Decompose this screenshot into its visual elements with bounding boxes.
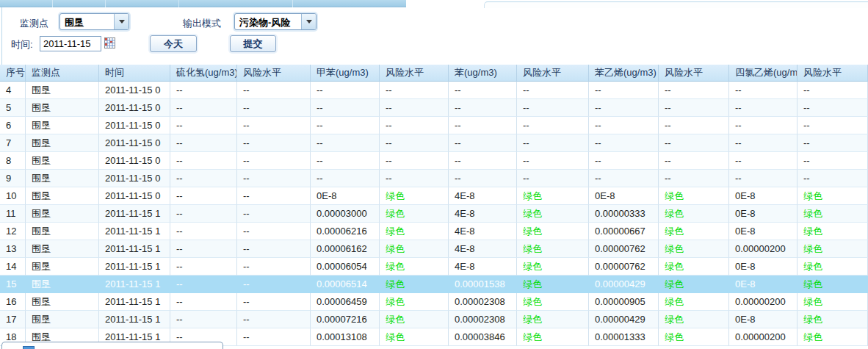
cell-pce-value: 0E-8 <box>729 187 798 205</box>
cell-h2s-value: -- <box>170 82 237 99</box>
column-header-monitor-point[interactable]: 监测点 <box>26 65 99 82</box>
cell-time: 2011-11-15 1 <box>99 240 170 258</box>
cell-time: 2011-11-15 1 <box>99 276 170 293</box>
cell-pce-value: -- <box>729 134 798 152</box>
cell-monitor-point: 围垦 <box>26 293 99 311</box>
cell-styrene-risk: -- <box>659 117 729 134</box>
column-header-h2s-risk[interactable]: 风险水平 <box>237 65 311 82</box>
cell-pce-risk: -- <box>798 134 868 152</box>
cell-benzene-value: -- <box>449 134 517 152</box>
cell-benzene-value: -- <box>449 117 517 134</box>
cell-benzene-risk: -- <box>517 170 589 187</box>
output-mode-value: 污染物-风险 <box>235 14 301 29</box>
cell-h2s-risk: -- <box>237 82 311 99</box>
cell-monitor-point: 围垦 <box>26 99 99 117</box>
cell-seq: 17 <box>0 311 26 328</box>
calendar-icon[interactable] <box>104 37 115 51</box>
cell-toluene-risk: 绿色 <box>380 187 449 205</box>
cell-toluene-risk: -- <box>380 82 449 99</box>
column-header-benzene-risk[interactable]: 风险水平 <box>517 65 589 82</box>
cell-monitor-point: 围垦 <box>26 223 99 240</box>
cell-benzene-risk: 绿色 <box>517 223 589 240</box>
monitor-point-dropdown-button[interactable] <box>114 14 129 29</box>
cell-styrene-value: -- <box>589 82 659 99</box>
cell-styrene-risk: 绿色 <box>659 328 729 346</box>
table-row[interactable]: 8围垦2011-11-15 0-------------------- <box>0 152 868 170</box>
cell-pce-risk: -- <box>798 117 868 134</box>
cell-pce-risk: 绿色 <box>798 276 868 293</box>
table-row[interactable]: 11围垦2011-11-15 1----0.00003000绿色4E-8绿色0.… <box>0 205 868 223</box>
cell-seq: 16 <box>0 293 26 311</box>
cell-styrene-risk: -- <box>659 82 729 99</box>
table-row[interactable]: 5围垦2011-11-15 0-------------------- <box>0 99 868 117</box>
cell-time: 2011-11-15 1 <box>99 293 170 311</box>
right-panel-edge <box>484 1 868 8</box>
column-header-time[interactable]: 时间 <box>99 65 170 82</box>
cell-h2s-risk: -- <box>237 99 311 117</box>
cell-pce-risk: -- <box>798 152 868 170</box>
table-row[interactable]: 15围垦2011-11-15 1----0.00006514绿色0.000015… <box>0 276 868 293</box>
column-header-pce-risk[interactable]: 风险水平 <box>798 65 868 82</box>
cell-monitor-point: 围垦 <box>26 134 99 152</box>
column-header-benzene-value[interactable]: 苯(ug/m3) <box>449 65 517 82</box>
cell-styrene-value: -- <box>589 170 659 187</box>
cell-toluene-value: -- <box>311 134 380 152</box>
cell-benzene-value: -- <box>449 152 517 170</box>
column-header-h2s-value[interactable]: 硫化氢(ug/m3) <box>170 65 237 82</box>
cell-toluene-risk: 绿色 <box>380 240 449 258</box>
column-header-seq[interactable]: 序号 <box>0 65 26 82</box>
divider <box>52 0 53 7</box>
cell-h2s-risk: -- <box>237 134 311 152</box>
cell-benzene-risk: 绿色 <box>517 258 589 276</box>
date-input[interactable] <box>40 36 101 51</box>
cell-time: 2011-11-15 1 <box>99 205 170 223</box>
today-button[interactable]: 今天 <box>150 35 197 52</box>
table-row[interactable]: 10围垦2011-11-15 0----0E-8绿色4E-8绿色0E-8绿色0E… <box>0 187 868 205</box>
table-row[interactable]: 14围垦2011-11-15 1----0.00006054绿色4E-8绿色0.… <box>0 258 868 276</box>
table-row[interactable]: 13围垦2011-11-15 1----0.00006162绿色4E-8绿色0.… <box>0 240 868 258</box>
column-header-toluene-value[interactable]: 甲苯(ug/m3) <box>311 65 380 82</box>
table-row[interactable]: 4围垦2011-11-15 0-------------------- <box>0 82 868 99</box>
column-header-toluene-risk[interactable]: 风险水平 <box>380 65 449 82</box>
table-row[interactable]: 7围垦2011-11-15 0-------------------- <box>0 134 868 152</box>
cell-h2s-value: -- <box>170 187 237 205</box>
cell-pce-risk: 绿色 <box>798 311 868 328</box>
submit-button[interactable]: 提交 <box>230 35 276 52</box>
cell-time: 2011-11-15 0 <box>99 82 170 99</box>
monitor-point-value: 围垦 <box>60 14 114 29</box>
cell-styrene-risk: 绿色 <box>659 258 729 276</box>
cell-benzene-value: -- <box>449 99 517 117</box>
table-row[interactable]: 17围垦2011-11-15 1----0.00007216绿色0.000023… <box>0 311 868 328</box>
cell-benzene-value: 4E-8 <box>449 205 517 223</box>
cell-h2s-risk: -- <box>237 240 311 258</box>
monitor-point-select[interactable]: 围垦 <box>59 13 129 30</box>
cell-monitor-point: 围垦 <box>26 258 99 276</box>
cell-h2s-risk: -- <box>237 187 311 205</box>
table-row[interactable]: 12围垦2011-11-15 1----0.00006216绿色4E-8绿色0.… <box>0 223 868 240</box>
column-header-styrene-risk[interactable]: 风险水平 <box>659 65 729 82</box>
table-header-row: 序号监测点时间硫化氢(ug/m3)风险水平甲苯(ug/m3)风险水平苯(ug/m… <box>0 65 868 82</box>
cell-pce-risk: 绿色 <box>798 187 868 205</box>
column-header-pce-value[interactable]: 四氯乙烯(ug/m <box>729 65 798 82</box>
cell-pce-value: 0.00000200 <box>729 328 798 346</box>
cell-time: 2011-11-15 1 <box>99 258 170 276</box>
table-row[interactable]: 16围垦2011-11-15 1----0.00006459绿色0.000023… <box>0 293 868 311</box>
output-mode-select[interactable]: 污染物-风险 <box>234 13 317 30</box>
cell-toluene-risk: 绿色 <box>380 223 449 240</box>
cell-h2s-value: -- <box>170 205 237 223</box>
column-header-styrene-value[interactable]: 苯乙烯(ug/m3) <box>589 65 659 82</box>
cell-seq: 14 <box>0 258 26 276</box>
cell-pce-risk: 绿色 <box>798 240 868 258</box>
cell-h2s-risk: -- <box>237 258 311 276</box>
cell-pce-value: -- <box>729 82 798 99</box>
table-row[interactable]: 6围垦2011-11-15 0-------------------- <box>0 117 868 134</box>
output-mode-dropdown-button[interactable] <box>301 14 316 29</box>
cell-benzene-value: 4E-8 <box>449 258 517 276</box>
bottom-partial-panel[interactable] <box>1 342 223 349</box>
cell-toluene-value: 0.00006162 <box>311 240 380 258</box>
cell-toluene-value: 0.00006459 <box>311 293 380 311</box>
divider <box>178 0 179 7</box>
cell-benzene-risk: 绿色 <box>517 311 589 328</box>
cell-styrene-value: 0.00000429 <box>589 276 659 293</box>
table-row[interactable]: 9围垦2011-11-15 0-------------------- <box>0 170 868 187</box>
